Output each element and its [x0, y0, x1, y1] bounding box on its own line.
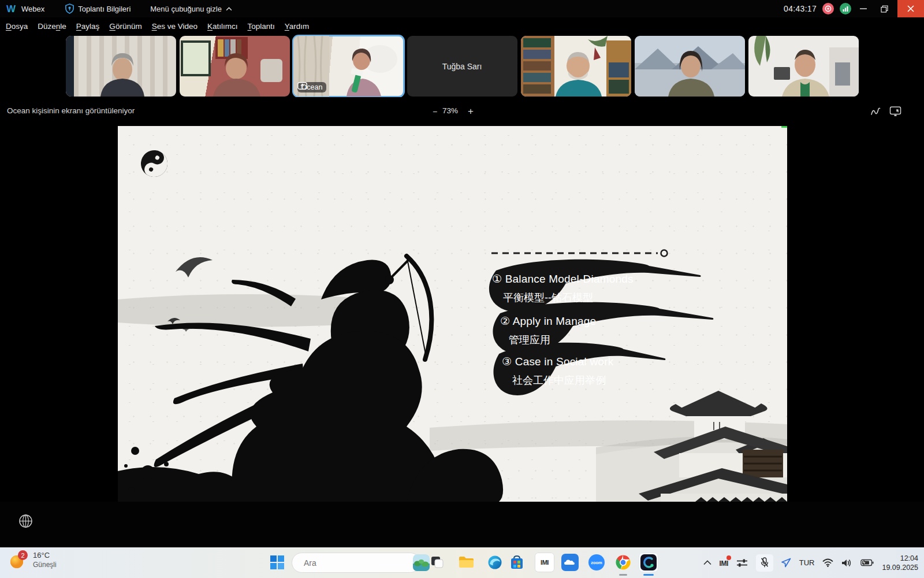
active-speaker-label: Ocean	[297, 82, 327, 92]
participant-video-ocean[interactable]: Ocean	[293, 36, 404, 97]
zoom-in-button[interactable]: +	[464, 105, 477, 118]
chevron-up-icon	[226, 7, 232, 11]
tray-settings-sliders-icon[interactable]	[736, 558, 748, 568]
zoom-app-icon[interactable]: zoom	[587, 553, 606, 572]
recording-indicator-icon[interactable]	[822, 3, 834, 14]
onedrive-icon[interactable]	[560, 553, 580, 572]
meeting-timer: 04:43:17	[784, 4, 817, 13]
tray-expand-chevron-icon[interactable]	[703, 560, 711, 565]
tray-location-icon[interactable]	[781, 558, 791, 568]
participant-video[interactable]	[521, 36, 631, 97]
start-button[interactable]	[267, 553, 287, 572]
share-status-message: Ocean kişisinin ekranı görüntüleniyor	[7, 106, 135, 115]
close-button[interactable]	[897, 0, 924, 17]
screen-share-badge-icon	[297, 82, 307, 90]
meeting-info-button[interactable]: Toplantı Bilgileri	[65, 3, 131, 14]
connection-quality-icon[interactable]	[840, 3, 851, 14]
ink-painting-artwork	[118, 126, 787, 502]
taskbar-clock[interactable]: 12:04 19.09.2025	[882, 554, 918, 572]
edge-browser-icon[interactable]	[485, 553, 505, 572]
file-explorer-icon[interactable]	[456, 553, 476, 572]
view-options-icon[interactable]	[889, 106, 901, 120]
imi-notification-dot	[726, 555, 731, 560]
share-status-row: Ocean kişisinin ekranı görüntüleniyor − …	[0, 97, 924, 126]
participant-name: Tuğba Sarı	[407, 36, 517, 97]
windows-taskbar: 2 16°C Güneşli	[0, 547, 924, 578]
participant-video[interactable]	[180, 36, 290, 97]
wifi-icon[interactable]	[822, 558, 833, 567]
menu-duzenle[interactable]: Düzenle	[36, 20, 68, 32]
webex-logo-icon: W	[6, 3, 17, 14]
chrome-icon[interactable]	[613, 553, 633, 572]
menu-bar: Dosya Düzenle Paylaş Görünüm Ses ve Vide…	[0, 17, 924, 35]
tray-imi-icon[interactable]: IMI	[720, 558, 728, 568]
participant-video-tugba[interactable]: Tuğba Sarı	[407, 36, 517, 97]
task-view-button[interactable]	[427, 553, 447, 572]
hide-menubar-toggle[interactable]: Menü çubuğunu gizle	[150, 5, 232, 13]
tray-mic-muted-icon[interactable]	[756, 554, 773, 572]
zoom-out-button[interactable]: −	[429, 105, 441, 118]
restore-button[interactable]	[875, 0, 893, 17]
imi-app-icon[interactable]: IMI	[535, 553, 554, 572]
agenda-item-2: ② Apply in Manage 管理应用	[500, 314, 596, 347]
temperature: 16°C	[33, 550, 57, 560]
yin-yang-symbol	[136, 146, 172, 181]
participant-video[interactable]	[66, 36, 176, 97]
menu-paylas[interactable]: Paylaş	[75, 20, 101, 32]
globe-icon[interactable]	[18, 514, 33, 531]
microsoft-store-icon[interactable]	[507, 553, 527, 572]
participant-filmstrip: Ocean Tuğba Sarı	[0, 35, 924, 97]
battery-icon[interactable]	[860, 559, 874, 566]
shield-icon	[65, 3, 74, 14]
menu-gorunum[interactable]: Görünüm	[108, 20, 143, 32]
participant-video[interactable]	[635, 36, 745, 97]
menu-ses-ve-video[interactable]: Ses ve Video	[151, 20, 199, 32]
clock-time: 12:04	[882, 554, 918, 563]
agenda-item-1: ① Balance Model-Diamonds 平衡模型--钻石模型	[492, 272, 634, 305]
agenda-item-3: ③ Case in Social work 社会工作中应用举例	[502, 355, 613, 387]
menu-yardim[interactable]: Yardım	[284, 20, 311, 32]
svg-text:zoom: zoom	[591, 560, 602, 565]
taskbar-search[interactable]	[292, 553, 420, 573]
annotate-icon[interactable]	[870, 106, 881, 120]
volume-icon[interactable]	[841, 558, 852, 568]
weather-widget[interactable]: 2 16°C Güneşli	[8, 550, 57, 570]
participant-video[interactable]	[748, 36, 859, 97]
menu-katilimci[interactable]: Katılımcı	[206, 20, 239, 32]
language-indicator[interactable]: TUR	[799, 558, 815, 567]
zoom-level: 73%	[442, 106, 458, 115]
shared-slide: ① Balance Model-Diamonds 平衡模型--钻石模型 ② Ap…	[118, 126, 787, 502]
weather-alert-badge: 2	[18, 550, 28, 560]
meeting-control-bar: Sesi aç Videoyu durdur	[0, 502, 924, 547]
webex-taskbar-icon[interactable]	[639, 553, 658, 572]
menu-dosya[interactable]: Dosya	[5, 20, 29, 32]
webex-brand: W Webex	[6, 3, 44, 14]
webex-window: W Webex Toplantı Bilgileri Menü çubuğunu…	[0, 0, 924, 578]
weather-condition: Güneşli	[33, 560, 57, 570]
meeting-info-label: Toplantı Bilgileri	[78, 5, 131, 13]
clock-date: 19.09.2025	[882, 563, 918, 572]
minimize-button[interactable]	[855, 0, 872, 17]
svg-text:W: W	[6, 3, 16, 14]
shared-screen-stage: ① Balance Model-Diamonds 平衡模型--钻石模型 ② Ap…	[0, 126, 924, 502]
title-bar: W Webex Toplantı Bilgileri Menü çubuğunu…	[0, 0, 924, 17]
menu-toplanti[interactable]: Toplantı	[247, 20, 276, 32]
search-input[interactable]	[304, 558, 408, 568]
brand-label: Webex	[21, 5, 44, 13]
